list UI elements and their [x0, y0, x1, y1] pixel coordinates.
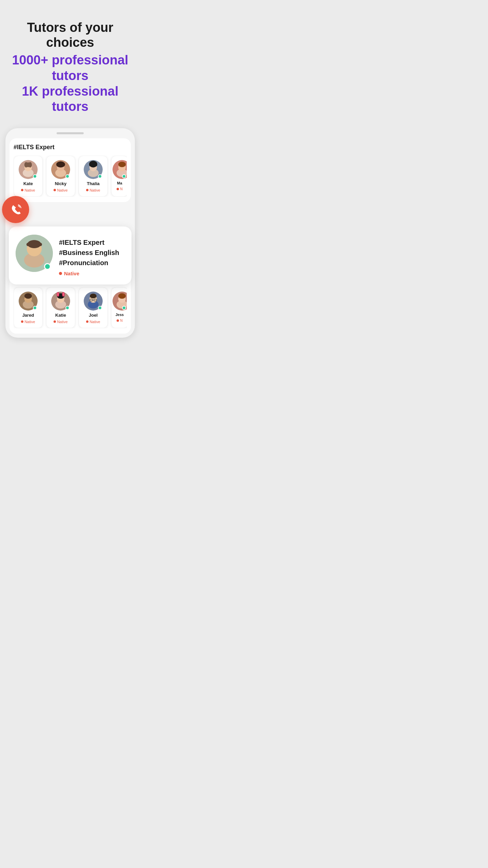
avatar-wrapper-thalia [84, 160, 103, 179]
status-dot-kate [21, 189, 23, 191]
featured-tag-2: #Business English [59, 248, 125, 258]
status-dot-thalia [86, 189, 88, 191]
tutor-status-jared: Native [21, 320, 35, 324]
svg-point-37 [63, 293, 64, 296]
avatar-wrapper-jared [19, 292, 38, 311]
tutor-name-kate: Kate [23, 181, 33, 186]
section-label-ielts: #IELTS Expert [14, 144, 127, 151]
svg-point-19 [118, 162, 126, 167]
tutor-row-ielts: Kate Native [14, 156, 127, 197]
svg-point-29 [25, 294, 31, 297]
online-dot-nicky [65, 174, 69, 178]
phone-screen-1: #IELTS Expert [9, 138, 131, 202]
tutor-card-joel[interactable]: Joel Native [79, 287, 108, 328]
avatar-wrapper-nicky [51, 160, 70, 179]
status-dot-nicky [54, 189, 56, 191]
status-dot-jared [21, 320, 23, 323]
online-dot-thalia [98, 174, 102, 178]
avatar-wrapper-kate [19, 160, 38, 179]
phone-notch [57, 132, 84, 134]
tutor-name-nicky: Nicky [55, 181, 67, 186]
tutor-name-jared: Jared [22, 313, 34, 318]
avatar-wrapper-ma [113, 160, 127, 179]
tutor-status-jess: N [117, 319, 122, 322]
tutor-card-jess-partial: Jess N [111, 287, 127, 328]
tutor-name-joel: Joel [89, 313, 98, 318]
tutor-status-thalia: Native [86, 188, 100, 192]
online-dot-joel [98, 306, 102, 310]
svg-point-4 [24, 162, 28, 167]
svg-point-48 [118, 293, 126, 299]
svg-rect-24 [26, 243, 42, 246]
tutor-status-kate: Native [21, 188, 35, 192]
svg-point-10 [57, 162, 64, 166]
featured-info: #IELTS Expert #Business English #Pronunc… [59, 235, 125, 276]
online-dot-ma [122, 174, 126, 178]
phone-icon [9, 203, 22, 216]
tutor-status-katie: Native [54, 320, 67, 324]
svg-point-36 [57, 293, 59, 296]
online-dot-kate [33, 174, 37, 178]
call-fab-button[interactable] [2, 196, 29, 223]
header-title: Tutors of your choices [7, 20, 134, 50]
tutor-name-jess: Jess [116, 313, 124, 317]
tutor-status-joel: Native [86, 320, 100, 324]
tutor-status-nicky: Native [54, 188, 67, 192]
svg-point-41 [90, 294, 97, 298]
avatar-wrapper-jess [113, 292, 127, 311]
status-dot-joel [86, 320, 88, 323]
status-dot-jess [117, 319, 119, 322]
featured-tutor-card[interactable]: #IELTS Expert #Business English #Pronunc… [9, 226, 131, 284]
featured-online-dot [44, 263, 51, 270]
svg-point-5 [28, 162, 32, 167]
tutor-status-ma: N [117, 187, 122, 191]
tutor-name-ma: Ma [117, 181, 122, 185]
tutor-card-jared[interactable]: Jared Native [14, 287, 43, 328]
featured-avatar-wrapper [16, 235, 53, 272]
header-section: Tutors of your choices 1000+ professiona… [7, 20, 134, 115]
tutor-name-thalia: Thalia [87, 181, 100, 186]
tutor-card-katie[interactable]: Katie Native [46, 287, 75, 328]
online-dot-jess [122, 306, 126, 310]
tutor-name-katie: Katie [55, 313, 66, 318]
tutor-card-nicky[interactable]: Nicky Native [46, 156, 75, 197]
header-subtitle-2: 1K professional tutors [7, 84, 134, 115]
tutor-card-kate[interactable]: Kate Native [14, 156, 43, 197]
tutor-card-thalia[interactable]: Thalia Native [79, 156, 108, 197]
featured-tag-3: #Pronunciation [59, 258, 125, 268]
online-dot-jared [33, 306, 37, 310]
status-dot-ma [117, 188, 119, 190]
featured-tag-1: #IELTS Expert [59, 237, 125, 248]
status-dot-katie [54, 320, 56, 323]
avatar-wrapper-katie [51, 292, 70, 311]
featured-status-dot [59, 272, 62, 275]
online-dot-katie [65, 306, 69, 310]
featured-status-text: Native [64, 271, 79, 276]
tutor-card-ma-partial: Ma N [111, 156, 127, 197]
page-wrapper: Tutors of your choices 1000+ professiona… [0, 0, 140, 348]
featured-status: Native [59, 271, 125, 276]
tutor-row-pronunciation: Jared Native [14, 287, 127, 328]
header-subtitle-1: 1000+ professional tutors [7, 53, 134, 83]
phone-mockup: #IELTS Expert [5, 128, 135, 338]
avatar-wrapper-joel [84, 292, 103, 311]
svg-rect-15 [89, 163, 97, 166]
